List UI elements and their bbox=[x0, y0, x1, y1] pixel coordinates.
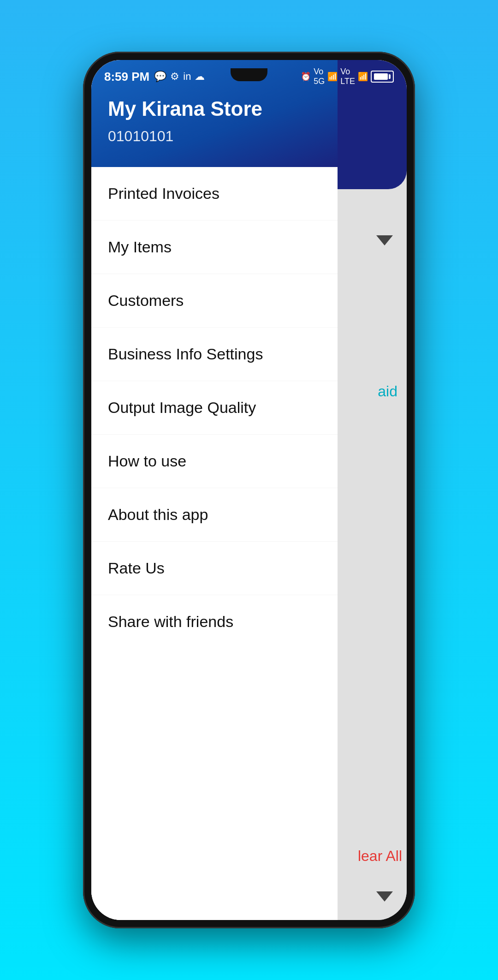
store-name: My Kirana Store bbox=[108, 97, 321, 121]
menu-item-how-to-use-label: How to use bbox=[108, 452, 186, 470]
menu-item-output-image-quality-label: Output Image Quality bbox=[108, 399, 256, 416]
menu-item-my-items[interactable]: My Items bbox=[91, 221, 338, 274]
whatsapp-icon: 💬 bbox=[154, 71, 166, 83]
menu-item-business-info-settings-label: Business Info Settings bbox=[108, 345, 263, 363]
menu-item-customers-label: Customers bbox=[108, 292, 184, 309]
phone-notch bbox=[231, 68, 267, 81]
cloud-icon: ☁ bbox=[195, 71, 205, 83]
status-icons: 💬 ⚙ in ☁ bbox=[154, 71, 205, 83]
menu-item-customers[interactable]: Customers bbox=[91, 274, 338, 328]
signal-bars-2: 📶 bbox=[358, 72, 368, 82]
dropdown-arrow-icon bbox=[376, 235, 393, 245]
store-id: 01010101 bbox=[108, 128, 321, 145]
dropdown-arrow-bottom-icon bbox=[376, 891, 393, 902]
menu-item-business-info-settings[interactable]: Business Info Settings bbox=[91, 328, 338, 381]
menu-item-share-with-friends-label: Share with friends bbox=[108, 613, 233, 630]
clear-all-text[interactable]: lear All bbox=[358, 848, 402, 865]
settings-icon: ⚙ bbox=[170, 71, 179, 83]
status-bar-left: 8:59 PM 💬 ⚙ in ☁ bbox=[104, 70, 205, 84]
menu-item-printed-invoices-label: Printed Invoices bbox=[108, 185, 219, 202]
phone-screen: aid lear All 8:59 PM 💬 ⚙ in ☁ ⏰ Vo5G 📶 V… bbox=[91, 60, 407, 920]
menu-item-about-this-app[interactable]: About this app bbox=[91, 488, 338, 542]
menu-item-rate-us-label: Rate Us bbox=[108, 559, 165, 577]
menu-item-how-to-use[interactable]: How to use bbox=[91, 435, 338, 488]
menu-item-output-image-quality[interactable]: Output Image Quality bbox=[91, 381, 338, 435]
network-2-label: VoLTE bbox=[340, 67, 355, 86]
linkedin-icon: in bbox=[183, 71, 191, 83]
menu-item-share-with-friends[interactable]: Share with friends bbox=[91, 595, 338, 648]
signal-bars-1: 📶 bbox=[327, 72, 338, 82]
status-time: 8:59 PM bbox=[104, 70, 149, 84]
menu-item-printed-invoices[interactable]: Printed Invoices bbox=[91, 167, 338, 221]
menu-item-my-items-label: My Items bbox=[108, 238, 172, 256]
menu-item-rate-us[interactable]: Rate Us bbox=[91, 542, 338, 595]
navigation-drawer: My Kirana Store 01010101 Printed Invoice… bbox=[91, 60, 338, 920]
menu-item-about-this-app-label: About this app bbox=[108, 506, 208, 523]
phone-frame: aid lear All 8:59 PM 💬 ⚙ in ☁ ⏰ Vo5G 📶 V… bbox=[83, 52, 415, 928]
battery-indicator bbox=[371, 71, 394, 83]
network-1-label: Vo5G bbox=[314, 67, 325, 86]
status-bar-right: ⏰ Vo5G 📶 VoLTE 📶 bbox=[301, 67, 394, 86]
drawer-menu: Printed Invoices My Items Customers Busi… bbox=[91, 167, 338, 920]
paid-status-text: aid bbox=[378, 383, 397, 400]
alarm-icon: ⏰ bbox=[301, 72, 311, 82]
